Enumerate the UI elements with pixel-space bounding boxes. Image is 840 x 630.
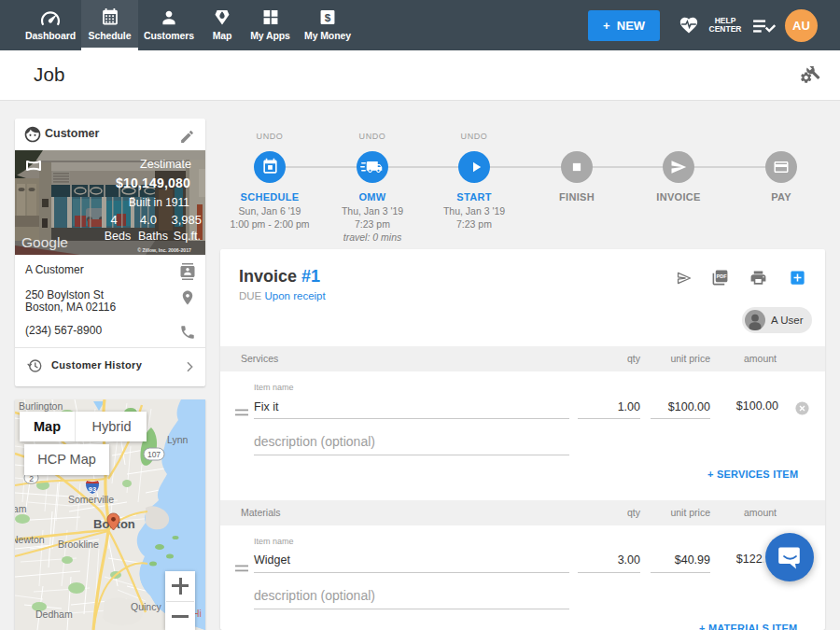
svg-text:Zestimate: Zestimate: [140, 158, 191, 171]
svg-text:Brookline: Brookline: [58, 539, 99, 550]
svg-text:ham: ham: [15, 503, 27, 514]
svg-text:Google: Google: [21, 234, 68, 250]
svg-text:Quincy: Quincy: [131, 601, 161, 612]
svg-text:Lynn: Lynn: [167, 434, 189, 445]
svg-text:Sq.ft.: Sq.ft.: [174, 230, 201, 243]
svg-text:PDF: PDF: [717, 273, 728, 279]
svg-text:107: 107: [147, 450, 161, 459]
svg-text:Beds: Beds: [105, 230, 132, 243]
svg-text:Somerville: Somerville: [68, 494, 114, 505]
svg-text:Baths: Baths: [138, 230, 168, 243]
svg-text:Newton: Newton: [15, 534, 45, 545]
svg-text:Dedham: Dedham: [35, 609, 73, 620]
svg-text:3,985: 3,985: [171, 213, 202, 227]
svg-text:Burlington: Burlington: [19, 400, 63, 412]
svg-text:© Zillow, Inc. 2006-2017: © Zillow, Inc. 2006-2017: [137, 247, 191, 253]
svg-text:$10,149,080: $10,149,080: [116, 175, 190, 190]
svg-text:4.0: 4.0: [140, 213, 157, 227]
svg-text:$: $: [325, 11, 331, 24]
svg-text:93: 93: [89, 485, 96, 494]
svg-text:2: 2: [29, 474, 34, 483]
svg-text:Built in 1911: Built in 1911: [129, 196, 189, 209]
svg-text:4: 4: [110, 213, 117, 227]
